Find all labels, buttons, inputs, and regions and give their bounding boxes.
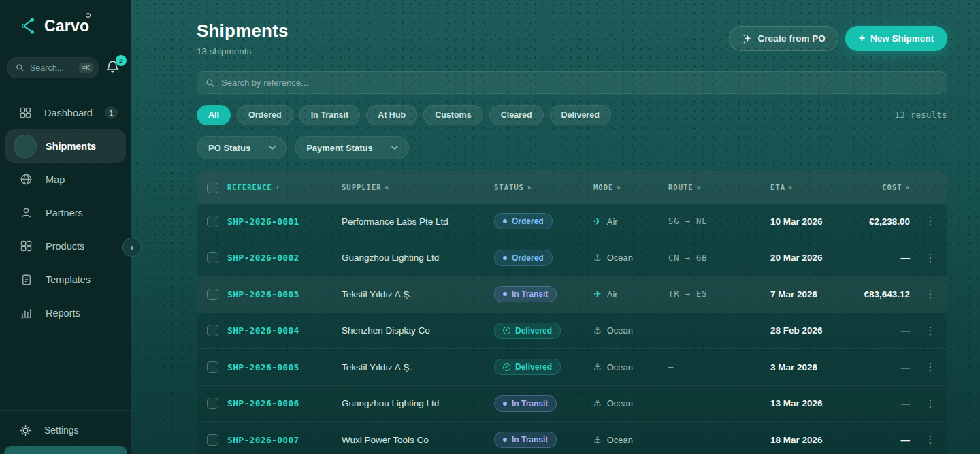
sidebar-item-reports[interactable]: Reports xyxy=(5,296,126,329)
sidebar-item-settings[interactable]: Settings xyxy=(0,417,131,444)
supplier-name: Tekstil Yıldız A.Ş. xyxy=(342,362,494,372)
sun-icon xyxy=(19,424,32,437)
kebab-icon: ⋮ xyxy=(926,361,936,373)
shipment-reference[interactable]: SHP-2026-0007 xyxy=(227,435,342,445)
kebab-icon: ⋮ xyxy=(926,398,936,410)
status-dot-icon xyxy=(503,438,507,442)
filter-chip-cleared[interactable]: Cleared xyxy=(489,105,544,125)
sidebar-item-products[interactable]: Products xyxy=(5,229,126,263)
payment-status-dropdown[interactable]: Payment Status xyxy=(295,136,409,159)
shipment-reference[interactable]: SHP-2026-0004 xyxy=(227,325,342,336)
shipment-reference[interactable]: SHP-2026-0002 xyxy=(227,253,342,263)
sidebar-item-label: Dashboard xyxy=(44,108,93,118)
mode-label: Ocean xyxy=(607,398,633,408)
column-header-eta[interactable]: ETA ⇅ xyxy=(770,183,851,191)
eta-date: 13 Mar 2026 xyxy=(770,398,851,408)
sidebar-item-dashboard[interactable]: Dashboard 1 xyxy=(5,96,126,129)
row-menu-button[interactable]: ⋮ xyxy=(914,252,947,264)
filter-chip-delivered[interactable]: Delivered xyxy=(550,105,611,125)
plane-icon: ✈ xyxy=(593,289,602,299)
shipment-search-input[interactable]: Search by reference... xyxy=(197,71,947,94)
row-menu-button[interactable]: ⋮ xyxy=(914,361,947,373)
plane-icon: ✈ xyxy=(593,216,602,227)
row-menu-button[interactable]: ⋮ xyxy=(914,215,947,227)
sort-icon: ⇅ xyxy=(385,184,389,191)
mode-label: Ocean xyxy=(607,362,633,372)
row-checkbox[interactable] xyxy=(207,216,218,227)
row-menu-button[interactable]: ⋮ xyxy=(914,434,947,446)
route: – xyxy=(668,399,770,408)
eta-date: 20 Mar 2026 xyxy=(770,253,851,263)
route: – xyxy=(668,435,770,444)
brand-name: Carvo xyxy=(44,17,89,35)
filter-chip-at-hub[interactable]: At Hub xyxy=(366,105,417,125)
column-header-supplier[interactable]: SUPPLIER ⇅ xyxy=(342,183,494,191)
sidebar-collapse-button[interactable]: ‹ xyxy=(122,238,142,257)
table-row[interactable]: SHP-2026-0006 Guangzhou Lighting Ltd In … xyxy=(197,385,947,422)
table-row[interactable]: SHP-2026-0004 Shenzhen Display Co ✓Deliv… xyxy=(197,312,947,349)
chevron-down-icon xyxy=(391,145,399,150)
filter-chip-all[interactable]: All xyxy=(197,105,231,125)
sparkles-icon xyxy=(742,33,753,44)
sidebar-nav: Dashboard 1 Shipments Map Partners xyxy=(0,96,131,329)
column-header-cost[interactable]: COST ⇅ xyxy=(851,183,914,191)
carvo-logo-icon xyxy=(18,15,39,37)
sidebar-item-partners[interactable]: Partners xyxy=(5,196,126,229)
shipment-reference[interactable]: SHP-2026-0005 xyxy=(227,362,342,372)
row-checkbox[interactable] xyxy=(207,434,218,446)
sidebar-item-map[interactable]: Map xyxy=(5,163,126,196)
row-checkbox[interactable] xyxy=(207,252,218,263)
column-header-status[interactable]: STATUS ⇅ xyxy=(494,183,593,191)
sidebar-search-input[interactable]: Search... ⌘K xyxy=(7,57,99,78)
select-all-checkbox[interactable] xyxy=(207,182,218,193)
shipment-reference[interactable]: SHP-2026-0003 xyxy=(227,289,342,299)
row-checkbox[interactable] xyxy=(207,398,218,409)
new-shipment-button[interactable]: + New Shipment xyxy=(845,26,947,51)
table-row[interactable]: SHP-2026-0001 Performance Labs Pte Ltd O… xyxy=(197,203,947,240)
shipments-table: REFERENCE ↑ SUPPLIER ⇅ STATUS ⇅ MODE ⇅ R… xyxy=(197,171,947,454)
eta-date: 28 Feb 2026 xyxy=(770,325,851,336)
column-header-reference[interactable]: REFERENCE ↑ xyxy=(227,183,342,191)
kebab-icon: ⋮ xyxy=(926,325,936,337)
status-filter-chips: All Ordered In Transit At Hub Customs Cl… xyxy=(197,105,947,125)
sort-icon: ⇅ xyxy=(697,184,701,191)
mode-label: Air xyxy=(607,289,618,299)
row-checkbox[interactable] xyxy=(207,289,218,300)
row-menu-button[interactable]: ⋮ xyxy=(914,288,947,300)
row-checkbox[interactable] xyxy=(207,361,218,373)
eta-date: 7 Mar 2026 xyxy=(770,289,851,299)
shipment-reference[interactable]: SHP-2026-0001 xyxy=(227,216,342,227)
column-header-route[interactable]: ROUTE ⇅ xyxy=(668,183,770,191)
po-status-dropdown[interactable]: PO Status xyxy=(197,136,287,159)
row-menu-button[interactable]: ⋮ xyxy=(914,325,947,337)
table-row[interactable]: SHP-2026-0002 Guangzhou Lighting Ltd Ord… xyxy=(197,240,947,276)
filter-chip-ordered[interactable]: Ordered xyxy=(237,105,293,125)
column-header-mode[interactable]: MODE ⇅ xyxy=(593,183,668,191)
sidebar: Carvo Search... ⌘K 2 Dashboard 1 xyxy=(0,0,131,454)
status-badge: In Transit xyxy=(494,286,557,302)
user-card-partial[interactable] xyxy=(4,446,127,454)
shipment-reference[interactable]: SHP-2026-0006 xyxy=(227,398,342,408)
search-icon xyxy=(16,63,24,72)
keyboard-shortcut-badge: ⌘K xyxy=(79,63,93,73)
row-checkbox[interactable] xyxy=(207,325,218,336)
eta-date: 18 Mar 2026 xyxy=(770,435,851,445)
table-row[interactable]: SHP-2026-0007 Wuxi Power Tools Co In Tra… xyxy=(197,421,947,454)
status-badge: ✓Delivered xyxy=(494,323,561,339)
sidebar-item-templates[interactable]: Templates xyxy=(5,263,126,296)
supplier-name: Shenzhen Display Co xyxy=(342,325,494,336)
create-from-po-button[interactable]: Create from PO xyxy=(729,26,838,51)
sidebar-item-shipments[interactable]: Shipments xyxy=(5,129,126,163)
page-subtitle: 13 shipments xyxy=(197,46,289,56)
chevron-left-icon: ‹ xyxy=(131,242,133,253)
status-badge: Ordered xyxy=(494,213,553,229)
row-menu-button[interactable]: ⋮ xyxy=(914,398,947,410)
filter-chip-in-transit[interactable]: In Transit xyxy=(299,105,361,125)
table-row[interactable]: SHP-2026-0003 Tekstil Yıldız A.Ş. In Tra… xyxy=(197,276,947,312)
table-row[interactable]: SHP-2026-0005 Tekstil Yıldız A.Ş. ✓Deliv… xyxy=(197,348,947,385)
route: TR → ES xyxy=(668,289,770,299)
supplier-name: Performance Labs Pte Ltd xyxy=(342,216,494,227)
notifications-button[interactable]: 2 xyxy=(105,59,122,77)
search-icon xyxy=(206,78,215,88)
filter-chip-customs[interactable]: Customs xyxy=(423,105,483,125)
